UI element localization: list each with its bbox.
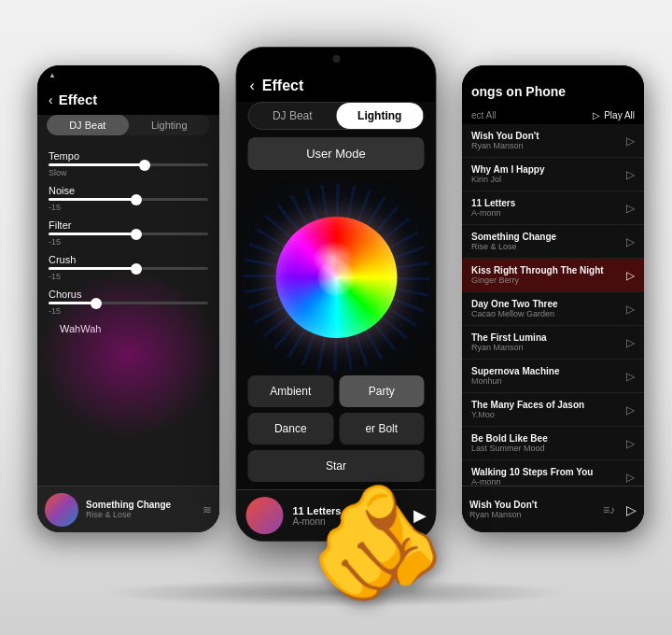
chorus-thumb[interactable] — [91, 298, 102, 309]
party-btn[interactable]: Party — [339, 375, 425, 407]
ambient-btn[interactable]: Ambient — [248, 375, 334, 407]
song-item-10[interactable]: Walking 10 Steps From You A-monn ▷ — [462, 460, 644, 486]
song-artist-1: Kirin Jol — [471, 175, 626, 184]
song-play-9[interactable]: ▷ — [626, 437, 635, 450]
right-title: ongs on Phone — [471, 84, 635, 99]
effect-row-3: Star — [248, 450, 425, 482]
song-info-5: Day One Two Three Cacao Mellow Garden — [471, 299, 626, 318]
song-item-5[interactable]: Day One Two Three Cacao Mellow Garden ▷ — [462, 292, 644, 326]
song-play-6[interactable]: ▷ — [626, 336, 635, 349]
right-now-playing[interactable]: Wish You Don't Ryan Manson ≡♪ ▷ — [462, 486, 644, 532]
song-item-4[interactable]: Kiss Right Through The Night Ginger Berr… — [462, 259, 644, 292]
filter-value: -15 — [49, 237, 208, 247]
left-effect-header: ‹ Effect — [37, 84, 219, 115]
phones-container: ▲ ‹ Effect DJ Beat Lighting Tempo Slow — [19, 47, 653, 588]
left-album-art — [45, 493, 78, 527]
song-item-8[interactable]: The Many Faces of Jason Y.Moo ▷ — [462, 393, 644, 427]
center-back-arrow[interactable]: ‹ — [250, 78, 255, 94]
chorus-track[interactable] — [49, 302, 208, 304]
song-item-2[interactable]: 11 Letters A-monn ▷ — [462, 191, 644, 225]
filter-label: Filter — [49, 219, 208, 231]
noise-track[interactable] — [49, 198, 208, 201]
dance-btn[interactable]: Dance — [248, 413, 334, 444]
song-artist-3: Rise & Lose — [471, 242, 626, 251]
center-tab-djbeat[interactable]: DJ Beat — [249, 103, 337, 129]
song-info-3: Something Change Rise & Lose — [471, 232, 626, 251]
song-title-7: Supernova Machine — [471, 366, 626, 376]
waveform-icon: ≋ — [203, 503, 212, 516]
user-mode-button[interactable]: User Mode — [248, 137, 425, 170]
left-back-arrow[interactable]: ‹ — [49, 92, 53, 107]
song-play-2[interactable]: ▷ — [626, 202, 635, 215]
song-artist-5: Cacao Mellow Garden — [471, 309, 626, 318]
effect-buttons: Ambient Party Dance er Bolt Star — [237, 375, 436, 489]
right-play-icon[interactable]: ▷ — [626, 502, 637, 517]
crush-track[interactable] — [49, 267, 208, 270]
song-item-1[interactable]: Why Am I Happy Kirin Jol ▷ — [462, 158, 644, 191]
filter-track[interactable] — [49, 233, 208, 235]
left-np-artist: Rise & Lose — [86, 510, 195, 519]
song-artist-7: Monhun — [471, 376, 626, 386]
left-phone-content: ▲ ‹ Effect DJ Beat Lighting Tempo Slow — [37, 65, 219, 532]
song-play-3[interactable]: ▷ — [626, 235, 635, 248]
song-artist-6: Ryan Manson — [471, 343, 626, 352]
right-header: ongs on Phone — [462, 65, 644, 106]
center-now-playing[interactable]: 11 Letters A-monn ▶ — [237, 489, 436, 541]
star-btn[interactable]: Star — [248, 450, 425, 482]
song-play-1[interactable]: ▷ — [626, 168, 635, 181]
chorus-fill — [49, 302, 96, 304]
play-all-label[interactable]: Play All — [604, 110, 635, 120]
left-tab-djbeat[interactable]: DJ Beat — [47, 115, 129, 135]
crush-thumb[interactable] — [131, 263, 142, 275]
song-item-9[interactable]: Be Bold Like Bee Last Summer Mood ▷ — [462, 427, 644, 460]
center-now-info: 11 Letters A-monn — [293, 505, 404, 527]
song-item-3[interactable]: Something Change Rise & Lose ▷ — [462, 225, 644, 259]
crush-fill — [49, 267, 136, 270]
play-all-container[interactable]: ▷ Play All — [593, 110, 635, 120]
center-camera — [332, 55, 340, 63]
color-sphere — [275, 217, 397, 338]
song-item-7[interactable]: Supernova Machine Monhun ▷ — [462, 360, 644, 393]
song-item-0[interactable]: Wish You Don't Ryan Manson ▷ — [462, 124, 644, 158]
right-np-artist: Ryan Manson — [469, 510, 597, 519]
noise-value: -15 — [49, 203, 208, 212]
song-play-10[interactable]: ▷ — [626, 471, 635, 484]
song-info-10: Walking 10 Steps From You A-monn — [471, 467, 626, 486]
song-play-0[interactable]: ▷ — [626, 134, 635, 148]
crush-label: Crush — [49, 254, 208, 265]
center-tab-lighting[interactable]: Lighting — [336, 103, 424, 129]
song-artist-2: A-monn — [471, 208, 626, 218]
noise-thumb[interactable] — [131, 194, 142, 205]
effect-row-2: Dance er Bolt — [248, 413, 425, 444]
song-title-1: Why Am I Happy — [471, 164, 626, 175]
tempo-thumb[interactable] — [139, 160, 150, 171]
select-all-label[interactable]: ect All — [471, 110, 497, 120]
tempo-track[interactable] — [49, 163, 208, 166]
wahwah-label: WahWah — [49, 319, 208, 338]
center-play-icon[interactable]: ▶ — [413, 505, 427, 526]
song-title-6: The First Lumina — [471, 332, 626, 343]
song-title-8: The Many Faces of Jason — [471, 400, 626, 410]
tempo-label: Tempo — [49, 150, 208, 162]
left-tab-lighting[interactable]: Lighting — [129, 115, 211, 135]
song-artist-0: Ryan Manson — [471, 141, 626, 150]
left-effect-title: Effect — [59, 92, 98, 107]
noise-fill — [49, 198, 136, 201]
queue-icon[interactable]: ≡♪ — [603, 503, 615, 516]
song-play-8[interactable]: ▷ — [626, 403, 635, 416]
play-icon-small: ▷ — [593, 110, 600, 120]
song-play-5[interactable]: ▷ — [626, 303, 635, 316]
chorus-value: -15 — [49, 306, 208, 316]
tempo-fill — [49, 163, 145, 166]
color-sphere-container — [237, 179, 436, 375]
song-artist-9: Last Summer Mood — [471, 444, 626, 453]
song-title-5: Day One Two Three — [471, 299, 626, 309]
song-info-7: Supernova Machine Monhun — [471, 366, 626, 386]
filter-thumb[interactable] — [131, 229, 142, 240]
left-now-playing[interactable]: Something Change Rise & Lose ≋ — [37, 486, 219, 532]
song-play-4[interactable]: ▷ — [626, 269, 635, 282]
center-np-artist: A-monn — [293, 516, 404, 527]
song-play-7[interactable]: ▷ — [626, 370, 635, 383]
erbolt-btn[interactable]: er Bolt — [339, 413, 425, 444]
song-item-6[interactable]: The First Lumina Ryan Manson ▷ — [462, 326, 644, 360]
